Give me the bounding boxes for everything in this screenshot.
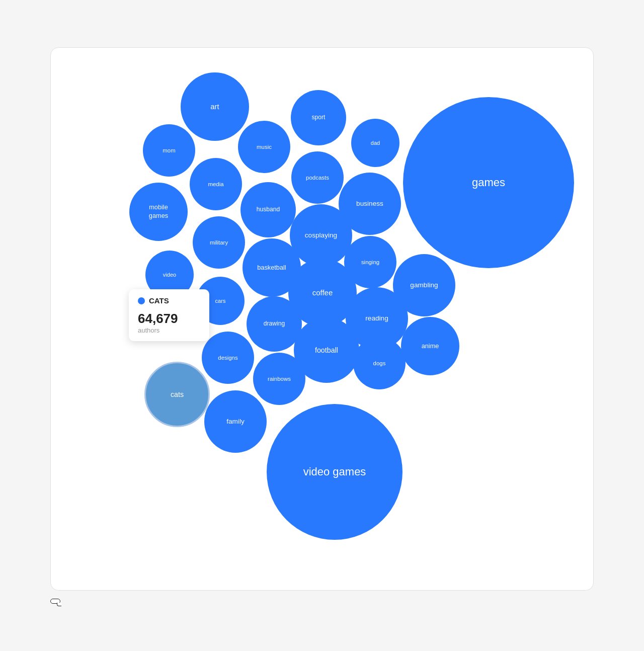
tooltip: CATS 64,679 authors [129, 289, 209, 341]
bubble-label-mobile-games: mobile games [149, 203, 168, 220]
bubble-label-video: video [163, 271, 176, 278]
bubble-rainbows[interactable]: rainbows [253, 353, 305, 405]
bubble-dogs[interactable]: dogs [353, 337, 406, 389]
bubble-cats[interactable]: cats [144, 362, 210, 427]
bubble-label-cosplaying: cosplaying [305, 231, 337, 240]
bubble-label-music: music [257, 143, 272, 151]
bubble-video-games[interactable]: video games [267, 404, 403, 540]
bubble-label-rainbows: rainbows [268, 375, 291, 383]
tooltip-header: CATS [138, 296, 200, 305]
bubble-label-basketball: basketball [257, 264, 286, 272]
bubble-label-mom: mom [163, 147, 175, 154]
bubble-label-designs: designs [218, 354, 237, 362]
bubble-label-cats: cats [171, 390, 184, 399]
tooltip-label: CATS [149, 296, 169, 305]
tooltip-unit: authors [138, 327, 200, 334]
bubble-family[interactable]: family [204, 390, 267, 453]
bubble-label-business: business [356, 199, 383, 208]
tooltip-dot [138, 297, 145, 304]
bubble-label-sport: sport [312, 114, 326, 122]
bubble-label-dad: dad [371, 139, 380, 146]
bubble-anime[interactable]: anime [401, 317, 459, 375]
bubble-label-family: family [226, 417, 245, 426]
bubble-husband[interactable]: husband [240, 182, 296, 237]
bubble-podcasts[interactable]: podcasts [291, 151, 344, 204]
bubble-label-art: art [210, 102, 219, 111]
bubble-mom[interactable]: mom [143, 124, 195, 177]
bubble-label-media: media [208, 181, 223, 188]
youscan-badge [50, 599, 60, 604]
bubble-mobile-games[interactable]: mobile games [129, 183, 188, 241]
bubble-cosplaying[interactable]: cosplaying [290, 204, 352, 267]
bubble-label-games: games [472, 176, 505, 190]
tooltip-value: 64,679 [138, 311, 200, 327]
bubble-label-cars: cars [215, 297, 226, 304]
bubble-music[interactable]: music [238, 121, 290, 173]
bubble-designs[interactable]: designs [202, 332, 254, 384]
bubble-military[interactable]: military [193, 216, 245, 269]
bubble-label-video-games: video games [303, 465, 366, 479]
bubble-label-gambling: gambling [410, 281, 438, 290]
bubble-chart: gamesvideo gamesartsportdadmommusicpodca… [50, 47, 594, 591]
bubble-label-husband: husband [257, 206, 280, 214]
bubble-label-drawing: drawing [264, 320, 285, 328]
bubble-label-coffee: coffee [312, 288, 333, 297]
footer [50, 599, 594, 604]
bubble-label-military: military [210, 239, 228, 247]
bubble-dad[interactable]: dad [351, 119, 399, 167]
bubble-label-football: football [315, 346, 338, 355]
bubble-drawing[interactable]: drawing [247, 296, 302, 352]
bubble-label-podcasts: podcasts [306, 174, 329, 182]
bubble-label-singing: singing [361, 259, 379, 266]
bubble-label-reading: reading [365, 314, 388, 323]
bubble-media[interactable]: media [190, 158, 242, 210]
bubble-art[interactable]: art [181, 72, 249, 141]
bubble-label-anime: anime [422, 342, 439, 351]
bubble-label-dogs: dogs [373, 360, 386, 367]
bubble-games[interactable]: games [403, 97, 574, 268]
bubble-sport[interactable]: sport [291, 90, 346, 145]
